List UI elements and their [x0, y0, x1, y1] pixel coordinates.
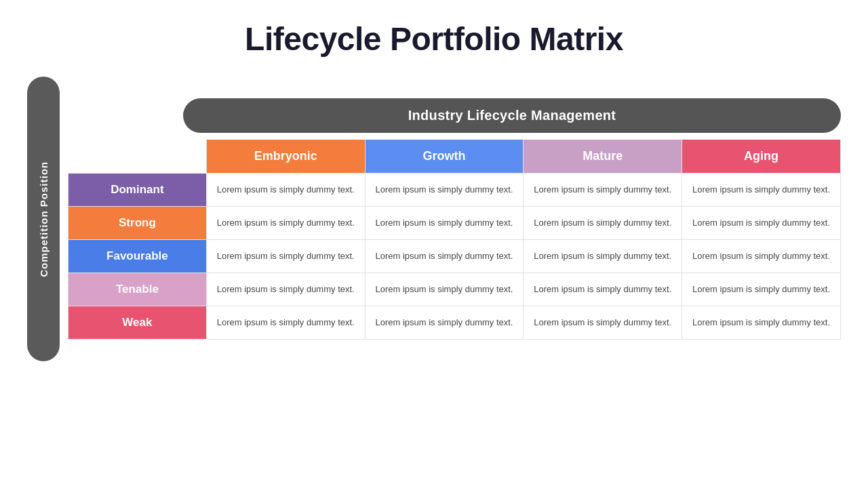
competition-axis-container: Competition Position [27, 77, 60, 361]
cell-favourable-aging: Lorem ipsum is simply dummy text. [682, 239, 841, 272]
cell-dominant-aging: Lorem ipsum is simply dummy text. [682, 174, 841, 207]
cell-weak-growth: Lorem ipsum is simply dummy text. [365, 306, 524, 339]
cell-weak-embryonic: Lorem ipsum is simply dummy text. [206, 306, 365, 339]
cell-favourable-mature: Lorem ipsum is simply dummy text. [524, 239, 682, 272]
cell-weak-aging: Lorem ipsum is simply dummy text. [682, 306, 841, 339]
col-header-aging: Aging [682, 140, 841, 174]
cell-strong-embryonic: Lorem ipsum is simply dummy text. [206, 206, 365, 239]
cell-tenable-mature: Lorem ipsum is simply dummy text. [524, 272, 682, 306]
table-row: Strong Lorem ipsum is simply dummy text.… [68, 206, 841, 239]
row-header-favourable: Favourable [68, 239, 207, 272]
col-header-embryonic: Embryonic [206, 140, 365, 174]
cell-weak-mature: Lorem ipsum is simply dummy text. [524, 306, 682, 339]
cell-strong-growth: Lorem ipsum is simply dummy text. [365, 206, 524, 239]
row-header-weak: Weak [68, 306, 207, 339]
competition-label-pill: Competition Position [27, 77, 60, 361]
cell-tenable-growth: Lorem ipsum is simply dummy text. [365, 272, 524, 306]
industry-lifecycle-header-bar: Industry Lifecycle Management [183, 98, 841, 133]
top-left-empty-cell [68, 140, 207, 174]
row-header-strong: Strong [68, 206, 207, 239]
cell-dominant-embryonic: Lorem ipsum is simply dummy text. [206, 174, 365, 207]
col-header-mature: Mature [524, 140, 682, 174]
table-row: Weak Lorem ipsum is simply dummy text. L… [68, 306, 841, 339]
cell-strong-mature: Lorem ipsum is simply dummy text. [524, 206, 682, 239]
table-row: Dominant Lorem ipsum is simply dummy tex… [68, 174, 841, 207]
cell-favourable-embryonic: Lorem ipsum is simply dummy text. [206, 239, 365, 272]
table-row: Tenable Lorem ipsum is simply dummy text… [68, 272, 841, 306]
col-header-growth: Growth [365, 140, 524, 174]
cell-dominant-growth: Lorem ipsum is simply dummy text. [365, 174, 524, 207]
matrix-wrapper: Competition Position Industry Lifecycle … [27, 77, 841, 361]
cell-tenable-embryonic: Lorem ipsum is simply dummy text. [206, 272, 365, 306]
competition-axis-label: Competition Position [38, 161, 50, 277]
cell-tenable-aging: Lorem ipsum is simply dummy text. [682, 272, 841, 306]
row-header-tenable: Tenable [68, 272, 207, 306]
row-header-dominant: Dominant [68, 174, 207, 207]
page-title: Lifecycle Portfolio Matrix [245, 20, 623, 58]
cell-favourable-growth: Lorem ipsum is simply dummy text. [365, 239, 524, 272]
matrix-content: Industry Lifecycle Management Embryonic … [68, 98, 841, 340]
lifecycle-matrix-table: Embryonic Growth Mature Aging Dominant L… [68, 140, 841, 340]
table-row: Favourable Lorem ipsum is simply dummy t… [68, 239, 841, 272]
cell-strong-aging: Lorem ipsum is simply dummy text. [682, 206, 841, 239]
cell-dominant-mature: Lorem ipsum is simply dummy text. [524, 174, 682, 207]
header-bar-label: Industry Lifecycle Management [408, 108, 616, 123]
